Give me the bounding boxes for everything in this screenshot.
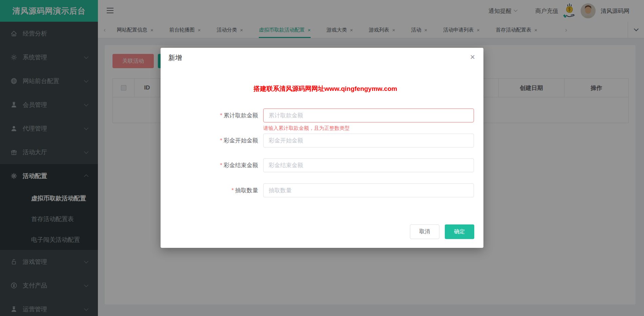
bonus-end-input[interactable] [263, 158, 474, 172]
promo-text: 搭建联系清风源码网网址www.qingfengymw.com [167, 84, 483, 93]
cancel-button[interactable]: 取消 [410, 224, 439, 239]
bonus-start-input[interactable] [263, 134, 474, 147]
form-row-bonus-end: *彩金结束金额 [161, 158, 483, 172]
form-row-bonus-start: *彩金开始金额 [161, 134, 483, 147]
required-asterisk: * [231, 187, 234, 194]
close-icon[interactable]: ✕ [470, 54, 475, 60]
field-label: *彩金开始金额 [161, 134, 258, 147]
required-asterisk: * [220, 137, 222, 144]
cumulative-withdraw-input[interactable] [263, 108, 474, 122]
required-asterisk: * [220, 162, 222, 169]
required-asterisk: * [220, 112, 222, 119]
page: 清风源码网演示后台 经营分析 系统管理 网站前台配置 会员管理 代理管理 [0, 0, 644, 316]
field-label: *彩金结束金额 [161, 158, 258, 172]
form-row-draw-count: *抽取数量 [161, 183, 483, 197]
confirm-button[interactable]: 确定 [445, 224, 474, 239]
field-label: *累计取款金额 [161, 108, 258, 122]
dialog-title: 新增 [168, 53, 182, 62]
add-dialog: 新增 ✕ 搭建联系清风源码网网址www.qingfengymw.com *累计取… [161, 48, 483, 248]
field-label: *抽取数量 [161, 183, 258, 197]
field-error-text: 请输入累计取款金额，且为正整数类型 [263, 125, 350, 132]
form-row-cumulative-withdraw: *累计取款金额 [161, 108, 483, 122]
draw-count-input[interactable] [263, 183, 474, 197]
